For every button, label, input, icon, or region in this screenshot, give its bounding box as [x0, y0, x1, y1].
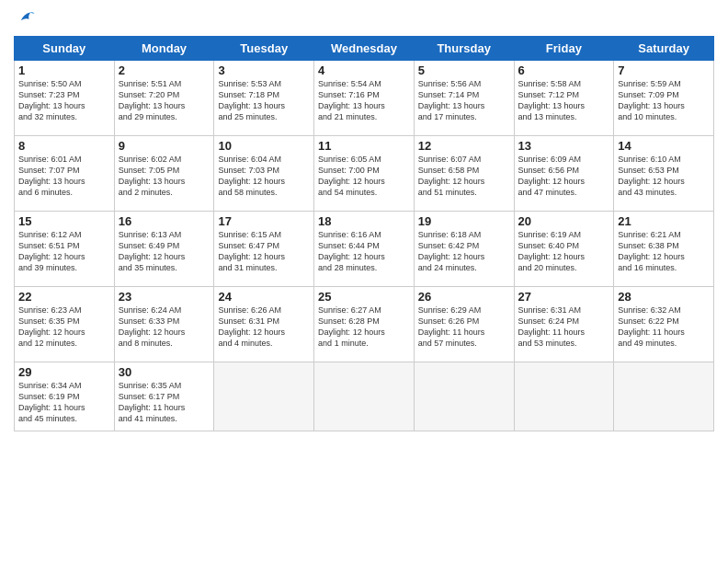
calendar-day-cell: 10Sunrise: 6:04 AM Sunset: 7:03 PM Dayli…: [214, 136, 314, 212]
calendar-empty-cell: [414, 362, 514, 431]
day-info: Sunrise: 6:29 AM Sunset: 6:26 PM Dayligh…: [418, 304, 510, 350]
page-container: SundayMondayTuesdayWednesdayThursdayFrid…: [0, 0, 728, 441]
calendar-table: SundayMondayTuesdayWednesdayThursdayFrid…: [14, 36, 714, 431]
day-number: 24: [218, 290, 310, 304]
day-info: Sunrise: 6:01 AM Sunset: 7:07 PM Dayligh…: [18, 154, 110, 199]
day-number: 22: [18, 290, 110, 304]
calendar-day-cell: 13Sunrise: 6:09 AM Sunset: 6:56 PM Dayli…: [514, 136, 614, 212]
calendar-day-cell: 16Sunrise: 6:13 AM Sunset: 6:49 PM Dayli…: [114, 212, 214, 287]
calendar-day-cell: 3Sunrise: 5:53 AM Sunset: 7:18 PM Daylig…: [214, 61, 314, 136]
calendar-day-cell: 12Sunrise: 6:07 AM Sunset: 6:58 PM Dayli…: [414, 136, 514, 212]
weekday-header-row: SundayMondayTuesdayWednesdayThursdayFrid…: [15, 37, 714, 61]
calendar-day-cell: 1Sunrise: 5:50 AM Sunset: 7:23 PM Daylig…: [15, 61, 115, 136]
calendar-week-row: 29Sunrise: 6:34 AM Sunset: 6:19 PM Dayli…: [15, 362, 714, 431]
day-info: Sunrise: 6:16 AM Sunset: 6:44 PM Dayligh…: [318, 229, 410, 274]
day-info: Sunrise: 6:04 AM Sunset: 7:03 PM Dayligh…: [218, 154, 310, 199]
day-info: Sunrise: 6:23 AM Sunset: 6:35 PM Dayligh…: [18, 304, 110, 350]
calendar-day-cell: 15Sunrise: 6:12 AM Sunset: 6:51 PM Dayli…: [15, 212, 115, 287]
calendar-day-cell: 24Sunrise: 6:26 AM Sunset: 6:31 PM Dayli…: [214, 287, 314, 362]
day-info: Sunrise: 6:32 AM Sunset: 6:22 PM Dayligh…: [618, 304, 710, 350]
calendar-day-cell: 2Sunrise: 5:51 AM Sunset: 7:20 PM Daylig…: [114, 61, 214, 136]
day-number: 26: [418, 290, 510, 304]
day-info: Sunrise: 5:54 AM Sunset: 7:16 PM Dayligh…: [318, 78, 410, 123]
day-number: 29: [18, 365, 110, 379]
weekday-header-sunday: Sunday: [15, 37, 115, 61]
weekday-header-friday: Friday: [514, 37, 614, 61]
day-number: 13: [518, 139, 610, 153]
day-number: 10: [218, 139, 310, 153]
day-number: 16: [119, 214, 210, 228]
day-info: Sunrise: 6:18 AM Sunset: 6:42 PM Dayligh…: [418, 229, 510, 274]
day-number: 14: [618, 139, 710, 153]
calendar-day-cell: 23Sunrise: 6:24 AM Sunset: 6:33 PM Dayli…: [114, 287, 214, 362]
day-info: Sunrise: 6:13 AM Sunset: 6:49 PM Dayligh…: [119, 229, 210, 274]
day-info: Sunrise: 5:59 AM Sunset: 7:09 PM Dayligh…: [618, 78, 710, 123]
calendar-day-cell: 29Sunrise: 6:34 AM Sunset: 6:19 PM Dayli…: [15, 362, 115, 431]
day-number: 27: [518, 290, 610, 304]
calendar-day-cell: 7Sunrise: 5:59 AM Sunset: 7:09 PM Daylig…: [614, 61, 714, 136]
day-info: Sunrise: 5:51 AM Sunset: 7:20 PM Dayligh…: [119, 78, 210, 123]
day-info: Sunrise: 6:05 AM Sunset: 7:00 PM Dayligh…: [318, 154, 410, 199]
calendar-day-cell: 25Sunrise: 6:27 AM Sunset: 6:28 PM Dayli…: [314, 287, 415, 362]
calendar-empty-cell: [614, 362, 714, 431]
calendar-day-cell: 18Sunrise: 6:16 AM Sunset: 6:44 PM Dayli…: [314, 212, 415, 287]
day-number: 12: [418, 139, 510, 153]
calendar-day-cell: 9Sunrise: 6:02 AM Sunset: 7:05 PM Daylig…: [114, 136, 214, 212]
weekday-header-tuesday: Tuesday: [214, 37, 314, 61]
calendar-day-cell: 19Sunrise: 6:18 AM Sunset: 6:42 PM Dayli…: [414, 212, 514, 287]
day-info: Sunrise: 6:07 AM Sunset: 6:58 PM Dayligh…: [418, 154, 510, 199]
calendar-empty-cell: [314, 362, 415, 431]
day-info: Sunrise: 6:15 AM Sunset: 6:47 PM Dayligh…: [218, 229, 310, 274]
day-number: 2: [119, 63, 210, 77]
day-number: 19: [418, 214, 510, 228]
calendar-day-cell: 22Sunrise: 6:23 AM Sunset: 6:35 PM Dayli…: [15, 287, 115, 362]
weekday-header-thursday: Thursday: [414, 37, 514, 61]
day-number: 9: [119, 139, 210, 153]
calendar-day-cell: 27Sunrise: 6:31 AM Sunset: 6:24 PM Dayli…: [514, 287, 614, 362]
day-number: 30: [119, 365, 210, 379]
calendar-empty-cell: [514, 362, 614, 431]
day-number: 20: [518, 214, 610, 228]
day-info: Sunrise: 6:10 AM Sunset: 6:53 PM Dayligh…: [618, 154, 710, 199]
day-number: 25: [318, 290, 410, 304]
day-info: Sunrise: 6:24 AM Sunset: 6:33 PM Dayligh…: [119, 304, 210, 350]
page-header: [14, 9, 714, 29]
calendar-day-cell: 20Sunrise: 6:19 AM Sunset: 6:40 PM Dayli…: [514, 212, 614, 287]
calendar-week-row: 8Sunrise: 6:01 AM Sunset: 7:07 PM Daylig…: [15, 136, 714, 212]
day-info: Sunrise: 6:21 AM Sunset: 6:38 PM Dayligh…: [618, 229, 710, 274]
day-info: Sunrise: 6:27 AM Sunset: 6:28 PM Dayligh…: [318, 304, 410, 350]
day-number: 18: [318, 214, 410, 228]
day-number: 6: [518, 63, 610, 77]
day-info: Sunrise: 6:34 AM Sunset: 6:19 PM Dayligh…: [18, 380, 110, 425]
weekday-header-monday: Monday: [114, 37, 214, 61]
day-info: Sunrise: 6:09 AM Sunset: 6:56 PM Dayligh…: [518, 154, 610, 199]
day-info: Sunrise: 5:56 AM Sunset: 7:14 PM Dayligh…: [418, 78, 510, 123]
calendar-day-cell: 17Sunrise: 6:15 AM Sunset: 6:47 PM Dayli…: [214, 212, 314, 287]
day-number: 15: [18, 214, 110, 228]
day-info: Sunrise: 5:50 AM Sunset: 7:23 PM Dayligh…: [18, 78, 110, 123]
day-number: 8: [18, 139, 110, 153]
day-info: Sunrise: 6:31 AM Sunset: 6:24 PM Dayligh…: [518, 304, 610, 350]
weekday-header-saturday: Saturday: [614, 37, 714, 61]
day-number: 7: [618, 63, 710, 77]
day-number: 17: [218, 214, 310, 228]
calendar-day-cell: 30Sunrise: 6:35 AM Sunset: 6:17 PM Dayli…: [114, 362, 214, 431]
day-info: Sunrise: 6:02 AM Sunset: 7:05 PM Dayligh…: [119, 154, 210, 199]
day-number: 28: [618, 290, 710, 304]
day-info: Sunrise: 6:35 AM Sunset: 6:17 PM Dayligh…: [119, 380, 210, 425]
weekday-header-wednesday: Wednesday: [314, 37, 415, 61]
day-info: Sunrise: 6:26 AM Sunset: 6:31 PM Dayligh…: [218, 304, 310, 350]
day-info: Sunrise: 5:58 AM Sunset: 7:12 PM Dayligh…: [518, 78, 610, 123]
calendar-empty-cell: [214, 362, 314, 431]
day-number: 23: [119, 290, 210, 304]
calendar-day-cell: 14Sunrise: 6:10 AM Sunset: 6:53 PM Dayli…: [614, 136, 714, 212]
calendar-day-cell: 4Sunrise: 5:54 AM Sunset: 7:16 PM Daylig…: [314, 61, 415, 136]
day-number: 11: [318, 139, 410, 153]
day-number: 3: [218, 63, 310, 77]
calendar-day-cell: 8Sunrise: 6:01 AM Sunset: 7:07 PM Daylig…: [15, 136, 115, 212]
calendar-day-cell: 26Sunrise: 6:29 AM Sunset: 6:26 PM Dayli…: [414, 287, 514, 362]
calendar-day-cell: 21Sunrise: 6:21 AM Sunset: 6:38 PM Dayli…: [614, 212, 714, 287]
day-number: 1: [18, 63, 110, 77]
calendar-day-cell: 5Sunrise: 5:56 AM Sunset: 7:14 PM Daylig…: [414, 61, 514, 136]
day-number: 21: [618, 214, 710, 228]
